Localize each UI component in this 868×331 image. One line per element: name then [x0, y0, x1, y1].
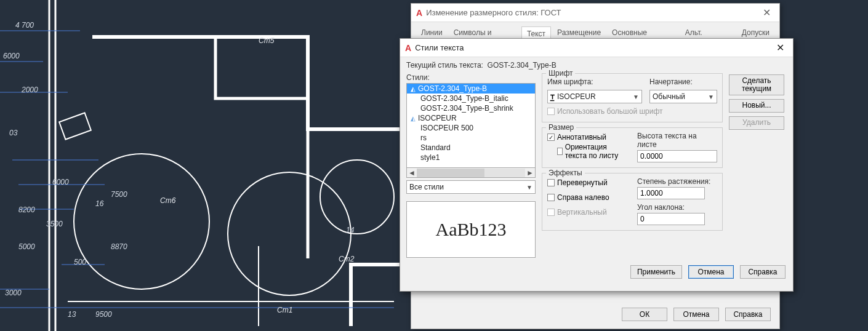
horizontal-scrollbar[interactable]: ◄ ► — [406, 168, 536, 178]
annotative-checkbox[interactable]: ✓Аннотативный — [547, 133, 630, 142]
group-legend: Размер — [546, 123, 576, 132]
current-style-line: Текущий стиль текста: GOST-2.304_Type-B — [400, 57, 793, 71]
dim-text: 3000 — [5, 289, 22, 297]
oblique-angle-label: Угол наклона: — [637, 203, 717, 212]
list-item[interactable]: GOST-2.304_Type-B_shrink — [407, 103, 535, 113]
annotative-icon: ◭ — [411, 86, 416, 92]
paper-height-label: Высота текста на листе — [637, 132, 717, 149]
dim-text: 8870 — [111, 242, 127, 251]
app-icon: A — [405, 43, 411, 53]
vertical-checkbox: Вертикальный — [547, 208, 630, 217]
station-label: Ст6 — [160, 196, 176, 205]
station-label: Ст2 — [339, 255, 355, 263]
svg-point-1 — [228, 172, 351, 295]
dialog-titlebar[interactable]: A Стили текста ✕ — [400, 39, 793, 57]
cancel-button[interactable]: Отмена — [673, 308, 719, 321]
cancel-button[interactable]: Отмена — [688, 265, 734, 279]
station-label: Ст1 — [277, 306, 292, 314]
dim-text: 2000 — [21, 86, 38, 94]
group-legend: Эффекты — [546, 169, 585, 177]
styles-label: Стили: — [406, 73, 536, 82]
dim-text: 500 — [74, 258, 86, 266]
dim-text: 03 — [9, 129, 18, 137]
list-item[interactable]: style1 — [407, 153, 535, 162]
dim-text: 9500 — [95, 310, 112, 319]
ok-button[interactable]: ОК — [622, 308, 667, 321]
font-style-combo[interactable]: Обычный ▼ — [649, 90, 717, 103]
dim-text: 8200 — [18, 205, 35, 214]
svg-point-0 — [74, 154, 209, 289]
truetype-icon: ᴛ̲ — [550, 92, 555, 101]
text-style-dialog: A Стили текста ✕ Текущий стиль текста: G… — [400, 38, 794, 292]
list-item[interactable]: Standard — [407, 143, 535, 153]
dialog-title: Изменение размерного стиля: ГОСТ — [426, 8, 759, 17]
station-label: Ст5 — [259, 36, 275, 45]
upside-down-checkbox[interactable]: Перевернутый — [547, 178, 630, 187]
oblique-angle-input[interactable] — [637, 213, 705, 225]
scroll-thumb[interactable] — [417, 169, 484, 177]
scroll-right-icon[interactable]: ► — [525, 169, 535, 177]
width-factor-input[interactable] — [637, 187, 705, 199]
list-item[interactable]: GOST-2.304_Type-B_italic — [407, 94, 535, 103]
chevron-down-icon: ▼ — [633, 94, 639, 100]
font-style-label: Начертание: — [649, 78, 717, 86]
delete-button: Удалить — [729, 116, 784, 130]
scroll-left-icon[interactable]: ◄ — [407, 169, 417, 177]
chevron-down-icon: ▼ — [526, 184, 532, 191]
list-item[interactable]: rs — [407, 133, 535, 143]
paper-height-input[interactable] — [637, 150, 717, 162]
effects-group: Эффекты Перевернутый Справа налево Верти… — [542, 173, 723, 231]
dim-text: 5000 — [18, 242, 35, 251]
dialog-title: Стили текста — [415, 43, 773, 52]
styles-list[interactable]: ◭GOST-2.304_Type-B GOST-2.304_Type-B_ita… — [406, 83, 536, 168]
dim-text: 16 — [95, 199, 104, 208]
size-group: Размер ✓Аннотативный Ориентация текста п… — [542, 127, 723, 168]
current-style-value: GOST-2.304_Type-B — [488, 61, 557, 70]
dim-text: 6000 — [52, 178, 69, 186]
dim-text: 7500 — [111, 190, 127, 199]
dialog-titlebar[interactable]: A Изменение размерного стиля: ГОСТ ✕ — [411, 4, 779, 22]
list-item[interactable]: ◭ISOCPEUR — [407, 113, 535, 123]
dim-text: 4 700 — [15, 21, 34, 30]
match-orient-checkbox[interactable]: Ориентация текста по листу — [557, 143, 630, 160]
apply-button[interactable]: Применить — [630, 265, 682, 279]
svg-point-2 — [320, 160, 394, 234]
help-button[interactable]: Справка — [740, 265, 786, 279]
close-icon[interactable]: ✕ — [759, 7, 774, 18]
chevron-down-icon: ▼ — [708, 94, 714, 100]
font-group: Шрифт Имя шрифта: ᴛ̲ ISOCPEUR ▼ Начертан… — [542, 73, 723, 122]
current-style-label: Текущий стиль текста: — [406, 61, 483, 70]
font-name-combo[interactable]: ᴛ̲ ISOCPEUR ▼ — [547, 90, 642, 103]
font-name-label: Имя шрифта: — [547, 78, 642, 86]
close-icon[interactable]: ✕ — [773, 42, 788, 54]
width-factor-label: Степень растяжения: — [637, 177, 717, 186]
app-icon: A — [416, 8, 422, 18]
new-button[interactable]: Новый... — [729, 99, 784, 113]
dim-text: 14 — [346, 226, 355, 234]
dim-text: 6000 — [3, 52, 20, 60]
backwards-checkbox[interactable]: Справа налево — [547, 193, 630, 202]
big-font-checkbox: Использовать большой шрифт — [547, 107, 717, 116]
dim-text: 3500 — [46, 220, 63, 228]
annotative-icon: ◭ — [411, 115, 416, 122]
set-current-button[interactable]: Сделать текущим — [729, 74, 784, 95]
svg-rect-3 — [59, 113, 91, 139]
dim-text: 13 — [68, 310, 76, 319]
list-item[interactable]: ISOCPEUR 500 — [407, 123, 535, 133]
list-item[interactable]: ◭GOST-2.304_Type-B — [407, 84, 535, 94]
font-preview: AaBb123 — [406, 201, 536, 258]
group-legend: Шрифт — [546, 69, 575, 78]
help-button[interactable]: Справка — [725, 308, 771, 321]
style-filter-combo[interactable]: Все стили ▼ — [406, 180, 536, 194]
